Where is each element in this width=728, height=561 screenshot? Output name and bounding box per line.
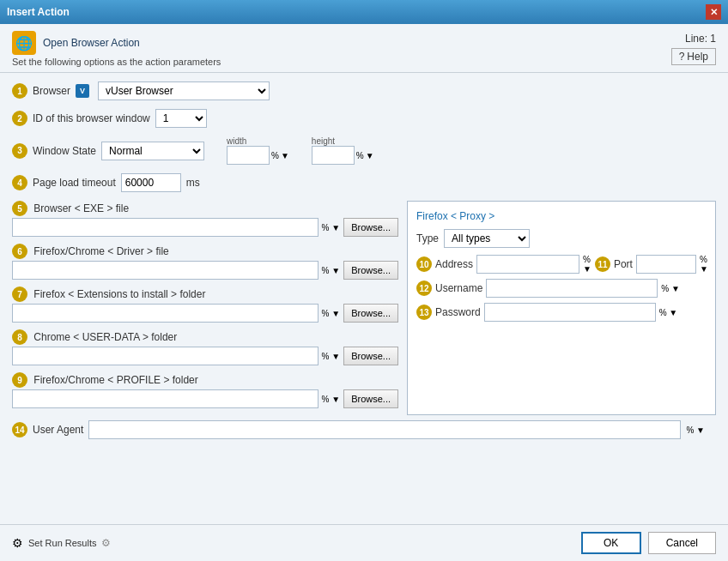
step-13-badge: 13 xyxy=(416,305,432,320)
window-id-row: 2 ID of this browser window 1 2 3 xyxy=(12,109,716,128)
browser-select[interactable]: vUser Browser Internet Explorer Firefox … xyxy=(98,81,270,100)
proxy-type-select[interactable]: All types HTTP SOCKS xyxy=(444,229,530,248)
user-agent-input[interactable] xyxy=(88,420,681,439)
run-results-settings-icon[interactable]: ⚙ xyxy=(101,537,111,549)
address-label: Address xyxy=(435,258,473,270)
firefox-ext-section: 7 Firefox < Extensions to install > fold… xyxy=(12,287,398,323)
footer-left: ⚙ Set Run Results ⚙ xyxy=(12,536,111,550)
password-label: Password xyxy=(435,306,481,318)
width-label: width xyxy=(227,136,289,146)
firefox-ext-pct: % ▼ xyxy=(322,309,341,318)
main-content: 5 Browser < EXE > file % ▼ Browse... 6 F… xyxy=(12,201,716,415)
step-10-badge: 10 xyxy=(416,256,432,272)
page-load-input[interactable] xyxy=(121,173,181,192)
step-8-badge: 8 xyxy=(12,329,27,345)
chrome-userdata-browse-button[interactable]: Browse... xyxy=(343,347,398,365)
firefox-driver-file-row: % ▼ Browse... xyxy=(12,261,398,280)
set-run-label: Set Run Results xyxy=(28,538,96,548)
port-label: Port xyxy=(614,258,633,270)
proxy-panel: Firefox < Proxy > Type All types HTTP SO… xyxy=(407,201,716,415)
username-label: Username xyxy=(435,282,482,294)
password-input[interactable] xyxy=(484,303,656,322)
dialog-header: Open Browser Action Set the following op… xyxy=(0,24,728,73)
step-2-badge: 2 xyxy=(12,111,27,126)
firefox-profile-pct: % ▼ xyxy=(322,395,341,404)
height-pct: % xyxy=(356,151,364,160)
user-agent-row: 14 User Agent % ▼ xyxy=(12,420,716,439)
page-load-unit: ms xyxy=(186,177,200,189)
ok-button[interactable]: OK xyxy=(581,532,641,554)
firefox-ext-browse-button[interactable]: Browse... xyxy=(343,304,398,323)
step-7-badge: 7 xyxy=(12,287,27,302)
run-results-icon: ⚙ xyxy=(12,536,23,550)
browser-exe-label-row: 5 Browser < EXE > file xyxy=(12,201,398,216)
help-icon: ? xyxy=(679,51,685,63)
chrome-userdata-file-row: % ▼ Browse... xyxy=(12,347,398,365)
browser-exe-file-row: % ▼ Browse... xyxy=(12,218,398,237)
dialog-subtitle: Set the following options as the action … xyxy=(12,57,221,67)
browser-exe-browse-button[interactable]: Browse... xyxy=(343,218,398,237)
firefox-profile-browse-button[interactable]: Browse... xyxy=(343,389,398,408)
username-row: 12 Username % ▼ xyxy=(416,279,707,298)
browser-exe-pct: % ▼ xyxy=(322,223,341,232)
cancel-button[interactable]: Cancel xyxy=(648,532,716,554)
firefox-ext-input[interactable] xyxy=(12,304,318,323)
close-button[interactable]: ✕ xyxy=(706,4,721,20)
dialog: Open Browser Action Set the following op… xyxy=(0,24,728,561)
firefox-ext-label-row: 7 Firefox < Extensions to install > fold… xyxy=(12,287,398,302)
firefox-driver-pct: % ▼ xyxy=(322,266,341,275)
step-3-badge: 3 xyxy=(12,143,27,159)
browser-exe-input[interactable] xyxy=(12,218,318,237)
browser-row: 1 Browser V vUser Browser Internet Explo… xyxy=(12,81,716,100)
username-pct: % ▼ xyxy=(661,284,680,293)
step-5-badge: 5 xyxy=(12,201,27,216)
username-input[interactable] xyxy=(486,279,658,298)
step-14-badge: 14 xyxy=(12,422,27,437)
left-panel: 5 Browser < EXE > file % ▼ Browse... 6 F… xyxy=(12,201,398,415)
firefox-driver-browse-button[interactable]: Browse... xyxy=(343,261,398,280)
dialog-title: Open Browser Action xyxy=(12,31,221,55)
window-state-label: Window State xyxy=(33,145,96,157)
window-id-select[interactable]: 1 2 3 xyxy=(155,109,207,128)
dialog-footer: ⚙ Set Run Results ⚙ OK Cancel xyxy=(0,524,728,561)
window-id-label: ID of this browser window xyxy=(33,112,150,124)
firefox-profile-file-row: % ▼ Browse... xyxy=(12,389,398,408)
chrome-userdata-section: 8 Chrome < USER-DATA > folder % ▼ Browse… xyxy=(12,329,398,365)
port-input[interactable] xyxy=(636,255,696,274)
help-button[interactable]: ? Help xyxy=(671,48,716,65)
width-pct-dropdown[interactable]: ▼ xyxy=(281,151,289,160)
firefox-profile-label: Firefox/Chrome < PROFILE > folder xyxy=(33,374,197,386)
browser-label: Browser xyxy=(33,85,70,97)
step-1-badge: 1 xyxy=(12,83,27,99)
firefox-driver-label-row: 6 Firefox/Chrome < Driver > file xyxy=(12,244,398,259)
vuser-icon: V xyxy=(76,84,89,98)
step-12-badge: 12 xyxy=(416,280,432,296)
title-bar: Insert Action ✕ xyxy=(0,0,728,24)
action-icon xyxy=(12,31,36,55)
window-state-row: 3 Window State Normal Maximized Minimize… xyxy=(12,136,716,165)
browser-exe-label: Browser < EXE > file xyxy=(33,202,129,214)
footer-right: OK Cancel xyxy=(581,532,716,554)
dialog-body: 1 Browser V vUser Browser Internet Explo… xyxy=(0,73,728,524)
proxy-type-row: Type All types HTTP SOCKS xyxy=(416,229,707,248)
address-input[interactable] xyxy=(476,255,579,274)
title-section: Open Browser Action Set the following op… xyxy=(12,31,221,67)
firefox-profile-section: 9 Firefox/Chrome < PROFILE > folder % ▼ … xyxy=(12,372,398,408)
step-6-badge: 6 xyxy=(12,244,27,259)
user-agent-pct: % ▼ xyxy=(686,425,705,435)
chrome-userdata-input[interactable] xyxy=(12,347,318,365)
page-load-row: 4 Page load timeout ms xyxy=(12,173,716,192)
user-agent-label: User Agent xyxy=(33,424,83,436)
page-load-label: Page load timeout xyxy=(33,177,116,189)
firefox-driver-section: 6 Firefox/Chrome < Driver > file % ▼ Bro… xyxy=(12,244,398,280)
width-input[interactable]: 0 xyxy=(227,146,270,165)
firefox-ext-label: Firefox < Extensions to install > folder xyxy=(33,288,205,300)
chrome-userdata-label-row: 8 Chrome < USER-DATA > folder xyxy=(12,329,398,345)
browser-exe-section: 5 Browser < EXE > file % ▼ Browse... xyxy=(12,201,398,237)
height-label: height xyxy=(312,136,374,146)
height-input[interactable]: 0 xyxy=(312,146,355,165)
height-pct-dropdown[interactable]: ▼ xyxy=(366,151,374,160)
window-state-select[interactable]: Normal Maximized Minimized xyxy=(101,142,204,160)
firefox-driver-input[interactable] xyxy=(12,261,318,280)
firefox-profile-input[interactable] xyxy=(12,389,318,408)
